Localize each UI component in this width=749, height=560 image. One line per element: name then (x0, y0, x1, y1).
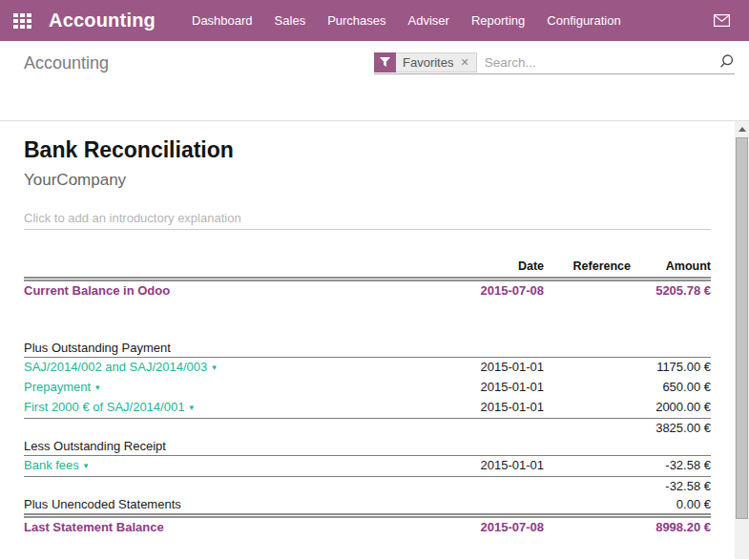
app-title: Accounting (49, 10, 156, 31)
breadcrumb[interactable]: Accounting (24, 53, 109, 73)
main-menu: Dashboard Sales Purchases Adviser Report… (192, 13, 621, 28)
nav-item-reporting[interactable]: Reporting (471, 13, 525, 28)
journal-entry-link[interactable]: Bank fees▾ (24, 458, 88, 472)
report-title: Bank Reconciliation (24, 121, 711, 161)
nav-item-adviser[interactable]: Adviser (408, 13, 449, 28)
scrollbar-up-arrow[interactable] (735, 121, 749, 136)
chevron-down-icon: ▾ (84, 461, 89, 470)
journal-entry-link[interactable]: SAJ/2014/002 and SAJ/2014/003▾ (24, 360, 217, 374)
report-company: YourCompany (24, 172, 711, 189)
column-header-reference: Reference (544, 259, 631, 280)
control-panel: Accounting Favorites ✕ (0, 41, 749, 121)
search-view: Favorites ✕ (374, 51, 735, 74)
nav-item-sales[interactable]: Sales (275, 13, 306, 28)
facet-label: Favorites (403, 55, 453, 70)
top-navbar: Accounting Dashboard Sales Purchases Adv… (0, 0, 749, 41)
row-current-balance: Current Balance in Odoo 2015-07-08 5205.… (24, 280, 711, 301)
chevron-down-icon: ▾ (189, 403, 194, 412)
nav-item-configuration[interactable]: Configuration (547, 13, 620, 28)
row-less-outstanding-receipt: Less Outstanding Receipt (24, 437, 711, 456)
search-magnifier-icon[interactable] (718, 53, 735, 72)
chevron-down-icon: ▾ (95, 383, 100, 392)
row-payment-3: First 2000 € of SAJ/2014/001▾ 2015-01-01… (24, 398, 711, 419)
row-receipt-subtotal: -32.58 € (24, 477, 711, 496)
row-receipt-1: Bank fees▾ 2015-01-01 -32.58 € (24, 456, 711, 477)
filter-funnel-icon (374, 52, 396, 73)
column-header-date: Date (429, 259, 544, 280)
table-header-row: Date Reference Amount (24, 259, 711, 280)
row-plus-unencoded-statements: Plus Unencoded Statements 0.00 € (24, 495, 711, 516)
messages-envelope-icon[interactable] (714, 14, 730, 27)
bank-reconciliation-report: Bank Reconciliation YourCompany Click to… (24, 121, 711, 536)
vertical-scrollbar[interactable] (735, 121, 749, 559)
reconciliation-table: Date Reference Amount Current Balance in… (24, 259, 711, 536)
row-payment-1: SAJ/2014/002 and SAJ/2014/003▾ 2015-01-0… (24, 358, 711, 379)
apps-menu-icon[interactable] (13, 13, 31, 29)
chevron-down-icon: ▾ (212, 363, 217, 372)
nav-item-purchases[interactable]: Purchases (327, 13, 385, 28)
nav-item-dashboard[interactable]: Dashboard (192, 13, 253, 28)
search-input[interactable] (481, 55, 718, 70)
column-header-amount: Amount (631, 259, 711, 280)
search-facet-favorites[interactable]: Favorites ✕ (374, 52, 477, 73)
content-area: Bank Reconciliation YourCompany Click to… (0, 121, 749, 559)
row-last-statement-balance: Last Statement Balance 2015-07-08 8998.2… (24, 516, 711, 537)
journal-entry-link[interactable]: First 2000 € of SAJ/2014/001▾ (24, 400, 194, 414)
column-header-empty (24, 259, 429, 280)
spacer-row (24, 300, 711, 339)
journal-entry-link[interactable]: Prepayment▾ (24, 380, 100, 394)
row-payment-subtotal: 3825.00 € (24, 419, 711, 438)
scrollbar-thumb[interactable] (736, 137, 748, 519)
row-plus-outstanding-payment: Plus Outstanding Payment (24, 339, 711, 358)
intro-placeholder[interactable]: Click to add an introductory explanation (24, 211, 711, 230)
remove-facet-icon[interactable]: ✕ (460, 56, 468, 69)
row-payment-2: Prepayment▾ 2015-01-01 650.00 € (24, 378, 711, 398)
